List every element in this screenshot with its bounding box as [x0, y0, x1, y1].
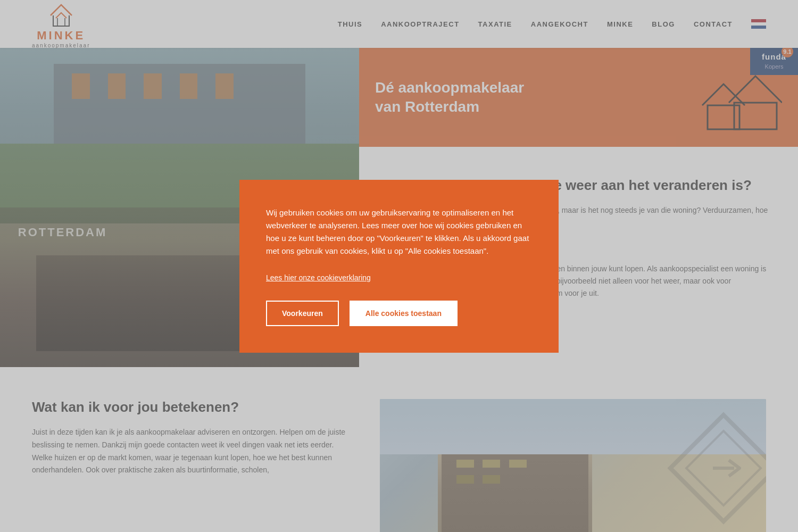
cookie-buttons: Voorkeuren Alle cookies toestaan [266, 301, 532, 326]
cookie-preferences-button[interactable]: Voorkeuren [266, 301, 339, 326]
cookie-accept-button[interactable]: Alle cookies toestaan [350, 301, 458, 326]
cookie-policy-link[interactable]: Lees hier onze cookieverklaring [266, 273, 532, 282]
cookie-text: Wij gebruiken cookies om uw gebruikserva… [266, 206, 532, 257]
cookie-dialog: Wij gebruiken cookies om uw gebruikserva… [239, 180, 559, 353]
cookie-overlay: Wij gebruiken cookies om uw gebruikserva… [0, 0, 798, 532]
